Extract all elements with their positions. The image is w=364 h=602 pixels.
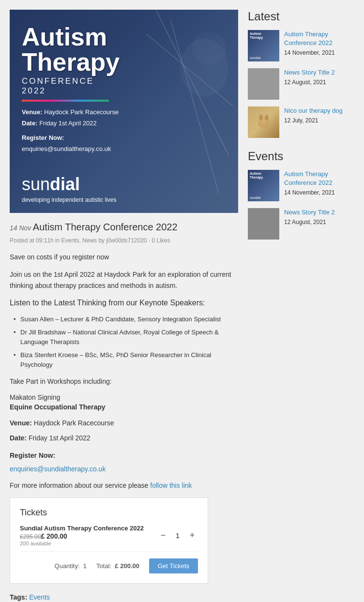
info-link[interactable]: follow this link (150, 482, 192, 489)
ticket-name-text: Sundial Autism Therapy Conference 2022 (20, 525, 144, 532)
register-section: Register Now: enquiries@sundialtherapy.c… (10, 450, 238, 473)
sidebar-event-text-2: News Story Title 2 12 August, 2021 (284, 208, 354, 226)
workshops-section: Makaton Signing Equine Occupational Ther… (10, 393, 238, 411)
sidebar-event-link-1[interactable]: Autism Therapy Conference 2022 (284, 170, 354, 187)
register-email-link[interactable]: enquiries@sundialtherapy.co.uk (10, 465, 106, 473)
tickets-box: Tickets Sundial Autism Therapy Conferenc… (10, 497, 208, 584)
hero-title: AutismTherapy (22, 24, 120, 75)
sidebar-latest-link-3[interactable]: Nico our therapy dog (284, 106, 354, 115)
tickets-heading: Tickets (20, 508, 198, 518)
ticket-price-new: £ 200.00 (41, 532, 67, 540)
hero-venue-label: Venue: (22, 108, 43, 116)
ticket-price-original: £295.00 (20, 533, 41, 540)
ticket-qty-control: − 1 + (157, 530, 198, 542)
svg-point-4 (192, 31, 226, 65)
workshop-item-2: Equine Occupational Therapy (10, 403, 238, 411)
total-value: £ 200.00 (115, 562, 139, 570)
sidebar-thumb-autism-1: AutismTherapy sundial (248, 30, 279, 61)
hero-divider (22, 100, 109, 102)
sundial-logo: sundial (22, 174, 116, 195)
sidebar-latest-link-2[interactable]: News Story Title 2 (284, 68, 354, 77)
sidebar-latest-item-2: News Story Title 2 12 August, 2021 (248, 68, 354, 100)
quantity-label-text: Quantity: (55, 562, 80, 570)
article-date-prefix: 14 Nov (10, 224, 31, 232)
sidebar-item-text-3: Nico our therapy dog 12 July, 2021 (284, 106, 354, 124)
venue-text: Venue: Haydock Park Racecourse (10, 418, 238, 428)
qty-value: 1 (173, 531, 182, 540)
sidebar-thumb-gray-2 (248, 208, 279, 240)
date-label: Date: (10, 434, 27, 442)
hero-register-email: enquiries@sundialtherapy.co.uk (22, 145, 111, 152)
sidebar-event-item-1: AutismTherapy sundial Autism Therapy Con… (248, 170, 354, 201)
hero-register-label: Register Now: (22, 134, 64, 141)
hero-conference-label: CONFERENCE (22, 76, 120, 86)
sidebar-event-date-2: 12 August, 2021 (284, 219, 326, 226)
sidebar-latest-item-1: AutismTherapy sundial Autism Therapy Con… (248, 30, 354, 61)
save-costs-text: Save on costs if you register now (10, 252, 238, 262)
sidebar-latest-date-3: 12 July, 2021 (284, 117, 318, 124)
article-title: Autism Therapy Conference 2022 (33, 222, 178, 232)
sidebar: Latest AutismTherapy sundial Autism Ther… (248, 10, 354, 601)
venue-section: Venue: Haydock Park Racecourse Date: Fri… (10, 418, 238, 443)
date-text: Date: Friday 1st April 2022 (10, 433, 238, 443)
tags-section: Tags: Events (10, 593, 238, 601)
qty-minus-button[interactable]: − (157, 530, 169, 542)
total-label: Total: £ 200.00 (96, 562, 139, 570)
hero-venue-value: Haydock Park Racecourse (44, 108, 119, 116)
sidebar-item-text-2: News Story Title 2 12 August, 2021 (284, 68, 354, 86)
ticket-available: 200 available (20, 541, 157, 546)
speaker-item: Susan Allen – Lecturer & PhD Candidate, … (14, 315, 238, 324)
sidebar-event-date-1: 14 November, 2021 (284, 189, 335, 196)
sidebar-latest-link-1[interactable]: Autism Therapy Conference 2022 (284, 30, 354, 47)
quantity-label: Quantity: 1 (55, 562, 87, 570)
article-date-title: 14 Nov Autism Therapy Conference 2022 (10, 221, 238, 233)
ticket-footer: Quantity: 1 Total: £ 200.00 Get Tickets (20, 558, 198, 573)
sidebar-event-text-1: Autism Therapy Conference 2022 14 Novemb… (284, 170, 354, 196)
info-text-before: For more information about our service p… (10, 482, 148, 489)
sundial-logo-bold: dial (50, 174, 80, 194)
sidebar-event-item-2: News Story Title 2 12 August, 2021 (248, 208, 354, 240)
article-body: Save on costs if you register now Join u… (10, 252, 238, 601)
svg-point-8 (265, 115, 269, 120)
hero-date-label: Date: (22, 120, 38, 127)
speaker-item: Dr Jill Bradshaw – National Clinical Adv… (14, 328, 238, 346)
keynote-heading: Listen to the Latest Thinking from our K… (10, 298, 238, 308)
date-value: Friday 1st April 2022 (29, 434, 91, 442)
ticket-name-section: Sundial Autism Therapy Conference 2022 £… (20, 525, 157, 546)
sidebar-latest-date-2: 12 August, 2021 (284, 79, 326, 86)
register-label: Register Now: (10, 452, 55, 459)
sidebar-item-text-1: Autism Therapy Conference 2022 14 Novemb… (284, 30, 354, 57)
sidebar-latest-item-3: Nico our therapy dog 12 July, 2021 (248, 106, 354, 138)
hero-details: Venue: Haydock Park Racecourse Date: Fri… (22, 106, 120, 155)
sidebar-events-heading: Events (248, 150, 354, 163)
sidebar-latest-heading: Latest (248, 10, 354, 23)
ticket-row: Sundial Autism Therapy Conference 2022 £… (20, 525, 198, 552)
quantity-value: 1 (83, 562, 87, 570)
qty-plus-button[interactable]: + (186, 530, 198, 542)
sidebar-event-link-2[interactable]: News Story Title 2 (284, 208, 354, 217)
sidebar-thumb-dog (248, 106, 279, 138)
sidebar-latest-date-1: 14 November, 2021 (284, 49, 335, 56)
main-content: AutismTherapy CONFERENCE 2022 Venue: Hay… (10, 10, 238, 601)
register-text: Register Now: (10, 450, 238, 461)
hero-bottom: sundial developing independent autistic … (22, 174, 116, 203)
tags-label: Tags: (10, 593, 27, 601)
get-tickets-button[interactable]: Get Tickets (149, 558, 198, 573)
speaker-item: Biza Stenfert Kroese – BSc, MSc, PhD Sen… (14, 350, 238, 369)
hero-date-value: Friday 1st April 2022 (39, 120, 97, 127)
speakers-list: Susan Allen – Lecturer & PhD Candidate, … (10, 315, 238, 370)
venue-label: Venue: (10, 419, 32, 427)
sidebar-latest-section: Latest AutismTherapy sundial Autism Ther… (248, 10, 354, 138)
join-us-text: Join us on the 1st April 2022 at Haydock… (10, 269, 238, 291)
hero-text-block: AutismTherapy CONFERENCE 2022 Venue: Hay… (22, 24, 120, 155)
hero-image: AutismTherapy CONFERENCE 2022 Venue: Hay… (10, 10, 238, 213)
svg-point-7 (259, 115, 263, 120)
venue-value: Haydock Park Racecourse (34, 419, 114, 427)
sundial-tagline: developing independent autistic lives (22, 196, 116, 203)
ticket-name: Sundial Autism Therapy Conference 2022 £… (20, 525, 157, 541)
sidebar-thumb-autism-2: AutismTherapy sundial (248, 170, 279, 201)
tags-value-link[interactable]: Events (29, 593, 50, 601)
sidebar-events-section: Events AutismTherapy sundial Autism Ther… (248, 150, 354, 240)
info-text: For more information about our service p… (10, 480, 238, 491)
workshop-item-1: Makaton Signing (10, 393, 238, 401)
